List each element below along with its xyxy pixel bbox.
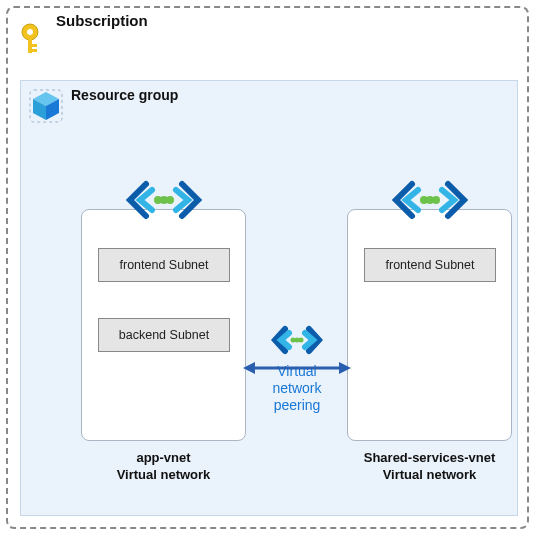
vnet-icon (124, 178, 204, 222)
subnet-backend: backend Subnet (98, 318, 230, 352)
svg-marker-16 (243, 362, 255, 374)
vnet-app: frontend Subnet backend Subnet app-vnet … (81, 209, 246, 441)
vnet-name: app-vnet (136, 450, 190, 465)
vnet-caption: app-vnet Virtual network (82, 449, 245, 484)
subnet-frontend: frontend Subnet (364, 248, 496, 282)
peering-label-line2: peering (274, 397, 321, 413)
key-icon (20, 22, 48, 56)
vnet-icon (390, 178, 470, 222)
vnet-type: Virtual network (117, 467, 211, 482)
subscription-title: Subscription (56, 12, 148, 29)
vnet-peering-icon (271, 325, 323, 355)
vnet-caption: Shared-services-vnet Virtual network (348, 449, 511, 484)
svg-point-11 (432, 196, 440, 204)
subnet-frontend: frontend Subnet (98, 248, 230, 282)
resource-group-title: Resource group (71, 87, 178, 103)
svg-marker-17 (339, 362, 351, 374)
peering-arrow-icon (243, 359, 351, 377)
subscription-box: Subscription Resource group frontend Sub… (6, 6, 529, 529)
vnet-type: Virtual network (383, 467, 477, 482)
svg-rect-3 (32, 44, 37, 47)
vnet-shared: frontend Subnet Shared-services-vnet Vir… (347, 209, 512, 441)
svg-point-1 (27, 29, 33, 35)
svg-point-14 (299, 338, 304, 343)
svg-rect-2 (28, 38, 32, 53)
svg-rect-4 (32, 49, 37, 52)
resource-group-icon (29, 89, 63, 123)
resource-group-box: Resource group frontend Subnet backend S… (20, 80, 518, 516)
svg-point-8 (166, 196, 174, 204)
vnet-name: Shared-services-vnet (364, 450, 496, 465)
